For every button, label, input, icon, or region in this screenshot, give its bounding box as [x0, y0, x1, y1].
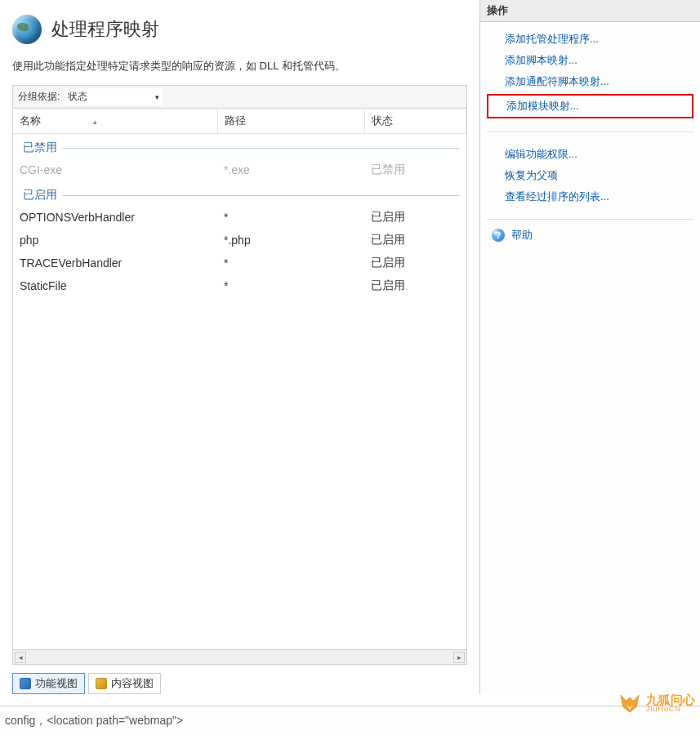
feature-view-icon: [20, 678, 31, 689]
group-by-select[interactable]: 状态 ▾: [65, 88, 163, 105]
separator: [487, 219, 693, 220]
group-line: [62, 195, 460, 196]
chevron-down-icon: ▾: [155, 93, 159, 101]
cell-state: 已启用: [364, 274, 466, 297]
table-row[interactable]: StaticFile*已启用: [13, 274, 466, 297]
cell-name: php: [13, 229, 217, 252]
handler-table: 名称 ▴ 路径 状态 已禁用CGI-exe*.exe已禁用已启用OPTIONSV…: [13, 109, 466, 297]
actions-header: 操作: [480, 0, 700, 22]
table-row[interactable]: OPTIONSVerbHandler*已启用: [13, 206, 466, 229]
status-text: config，<location path="webmap">: [5, 714, 183, 728]
group-header[interactable]: 已启用: [13, 181, 466, 206]
globe-icon: [12, 15, 42, 44]
group-by-label: 分组依据:: [18, 90, 60, 104]
cell-name: OPTIONSVerbHandler: [13, 206, 217, 229]
col-header-path[interactable]: 路径: [217, 109, 364, 134]
group-label: 已启用: [23, 188, 62, 203]
help-link[interactable]: ? 帮助: [480, 225, 700, 246]
view-tabs: 功能视图 内容视图: [12, 673, 467, 694]
page-title: 处理程序映射: [51, 17, 159, 42]
group-label: 已禁用: [23, 140, 62, 155]
watermark-cn: 九狐问心: [646, 693, 695, 706]
status-bar: config，<location path="webmap">: [0, 706, 700, 735]
cell-state: 已启用: [364, 252, 466, 274]
cell-path: *.exe: [217, 158, 364, 181]
tab-content-view[interactable]: 内容视图: [88, 673, 161, 694]
actions-panel: 操作 添加托管处理程序...添加脚本映射...添加通配符脚本映射...添加模块映…: [479, 0, 700, 694]
action-link[interactable]: 添加通配符脚本映射...: [480, 71, 700, 92]
horizontal-scrollbar[interactable]: ◂ ▸: [12, 650, 467, 665]
title-row: 处理程序映射: [12, 15, 467, 44]
cell-state: 已启用: [364, 206, 466, 229]
action-link[interactable]: 添加托管处理程序...: [480, 29, 700, 50]
col-header-name[interactable]: 名称 ▴: [13, 109, 217, 134]
cell-path: *.php: [217, 229, 364, 252]
action-link[interactable]: 编辑功能权限...: [480, 144, 700, 165]
action-link[interactable]: 添加模块映射...: [487, 94, 693, 118]
cell-path: *: [217, 274, 364, 297]
scroll-left-icon[interactable]: ◂: [15, 652, 26, 663]
group-line: [62, 148, 460, 149]
tab-label: 功能视图: [35, 676, 78, 691]
tab-label: 内容视图: [111, 676, 154, 691]
action-link[interactable]: 查看经过排序的列表...: [480, 186, 700, 207]
group-header[interactable]: 已禁用: [13, 134, 466, 159]
cell-state: 已禁用: [364, 158, 466, 181]
group-by-row: 分组依据: 状态 ▾: [12, 85, 467, 108]
cell-name: StaticFile: [13, 274, 217, 297]
sort-indicator-icon: ▴: [93, 118, 97, 126]
help-icon: ?: [492, 229, 505, 242]
cell-name: CGI-exe: [13, 158, 217, 181]
action-link[interactable]: 添加脚本映射...: [480, 50, 700, 71]
scroll-right-icon[interactable]: ▸: [453, 652, 465, 663]
page-description: 使用此功能指定处理特定请求类型的响应的资源，如 DLL 和托管代码。: [12, 59, 467, 74]
table-row[interactable]: CGI-exe*.exe已禁用: [13, 158, 466, 181]
tab-feature-view[interactable]: 功能视图: [12, 673, 85, 694]
table-row[interactable]: TRACEVerbHandler*已启用: [13, 252, 466, 274]
separator: [487, 131, 693, 132]
help-label: 帮助: [511, 228, 533, 243]
table-row[interactable]: php*.php已启用: [13, 229, 466, 252]
group-by-value: 状态: [68, 90, 87, 104]
handler-table-area[interactable]: 名称 ▴ 路径 状态 已禁用CGI-exe*.exe已禁用已启用OPTIONSV…: [12, 108, 467, 650]
content-view-icon: [96, 678, 107, 689]
col-header-state[interactable]: 状态: [364, 109, 466, 134]
cell-path: *: [217, 206, 364, 229]
cell-path: *: [217, 252, 364, 274]
action-link[interactable]: 恢复为父项: [480, 165, 700, 186]
cell-state: 已启用: [364, 229, 466, 252]
cell-name: TRACEVerbHandler: [13, 252, 217, 274]
